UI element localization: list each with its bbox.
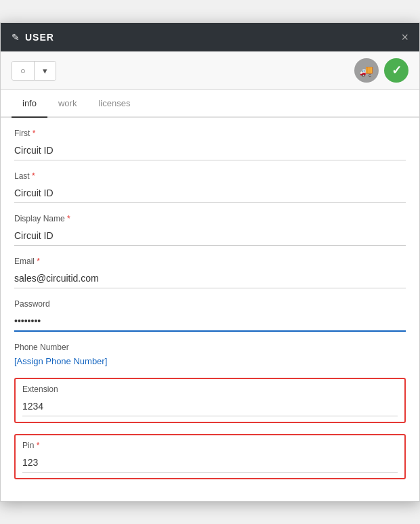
phone-number-label: Phone Number <box>14 343 406 352</box>
first-input[interactable] <box>14 141 406 160</box>
tabs-container: info work licenses <box>1 90 419 118</box>
phone-number-section: Phone Number [Assign Phone Number] <box>14 343 406 367</box>
display-name-input[interactable] <box>14 226 406 246</box>
tab-work[interactable]: work <box>47 90 87 118</box>
modal-header: ✎ USER × <box>1 23 419 51</box>
email-field-group: Email * <box>14 257 406 288</box>
first-required: * <box>30 129 35 138</box>
extension-input[interactable] <box>22 397 398 416</box>
close-button[interactable]: × <box>401 31 408 43</box>
password-field-group: Password <box>14 299 406 332</box>
pin-required: * <box>34 441 39 450</box>
modal-container: ✎ USER × ○ ▾ 🚚 ✓ info <box>0 22 420 502</box>
first-field-group: First * <box>14 129 406 160</box>
display-name-label: Display Name * <box>14 214 406 223</box>
last-field-group: Last * <box>14 171 406 203</box>
action-dropdown-button[interactable]: ▾ <box>35 62 56 80</box>
pin-input[interactable] <box>22 453 398 473</box>
check-icon: ✓ <box>392 63 402 78</box>
last-required: * <box>30 171 35 181</box>
last-label: Last * <box>14 171 406 181</box>
action-main-button[interactable]: ○ <box>12 62 35 80</box>
password-label: Password <box>14 299 406 309</box>
extension-field-group: Extension <box>14 378 406 423</box>
display-name-field-group: Display Name * <box>14 214 406 246</box>
extension-label: Extension <box>22 385 398 394</box>
chevron-down-icon: ▾ <box>43 66 47 76</box>
email-label: Email * <box>14 257 406 266</box>
pin-label: Pin * <box>22 441 398 450</box>
action-btn-group: ○ ▾ <box>12 61 56 81</box>
save-button[interactable]: ✓ <box>384 58 408 83</box>
toolbar: ○ ▾ 🚚 ✓ <box>1 51 419 90</box>
email-required: * <box>35 257 40 266</box>
first-label: First * <box>14 129 406 138</box>
tab-licenses[interactable]: licenses <box>87 90 141 118</box>
tab-info[interactable]: info <box>12 90 47 118</box>
display-name-required: * <box>65 214 70 223</box>
toolbar-right: 🚚 ✓ <box>354 58 408 83</box>
truck-button[interactable]: 🚚 <box>354 58 379 83</box>
header-left: ✎ USER <box>12 32 54 43</box>
edit-icon: ✎ <box>12 32 20 43</box>
email-input[interactable] <box>14 269 406 288</box>
toolbar-left: ○ ▾ <box>12 61 56 81</box>
assign-phone-link[interactable]: [Assign Phone Number] <box>14 356 107 366</box>
action-circle-icon: ○ <box>20 66 26 76</box>
password-input[interactable] <box>14 311 406 332</box>
modal-title: USER <box>25 32 54 43</box>
pin-field-group: Pin * <box>14 434 406 479</box>
last-input[interactable] <box>14 183 406 203</box>
form-body: First * Last * Display Name * Email * <box>1 118 419 501</box>
truck-icon: 🚚 <box>360 64 373 77</box>
